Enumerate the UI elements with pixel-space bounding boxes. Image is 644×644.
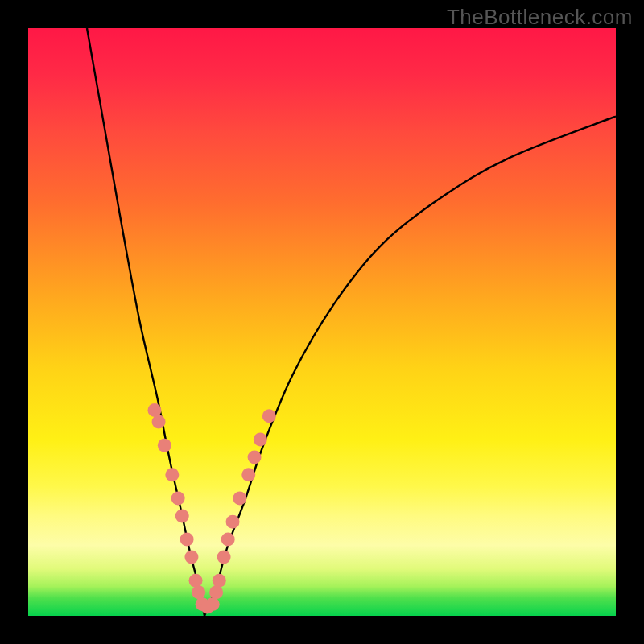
marker-dot — [152, 415, 166, 429]
marker-dot — [165, 468, 179, 481]
marker-dot — [221, 533, 235, 547]
marker-dot — [184, 551, 198, 564]
marker-dot — [206, 597, 220, 611]
marker-dot — [213, 574, 226, 588]
marker-dot — [209, 585, 223, 599]
marker-dot — [262, 409, 276, 423]
marker-dot — [217, 551, 231, 564]
chart-frame: TheBottleneck.com — [0, 0, 644, 644]
marker-dot — [175, 509, 189, 522]
watermark-text: TheBottleneck.com — [447, 5, 633, 30]
marker-dot — [233, 492, 246, 506]
chart-svg — [28, 28, 616, 616]
marker-dot — [248, 450, 262, 464]
marker-dot — [147, 403, 161, 417]
curve-left — [87, 28, 204, 616]
marker-dot — [242, 468, 255, 481]
marker-dot — [158, 439, 171, 452]
marker-dot — [189, 574, 203, 588]
curve-right — [204, 117, 616, 617]
marker-dots — [147, 403, 275, 614]
marker-dot — [192, 585, 205, 599]
marker-dot — [180, 533, 194, 547]
marker-dot — [171, 492, 185, 506]
marker-dot — [254, 433, 267, 447]
plot-area — [28, 28, 616, 616]
marker-dot — [226, 515, 240, 529]
